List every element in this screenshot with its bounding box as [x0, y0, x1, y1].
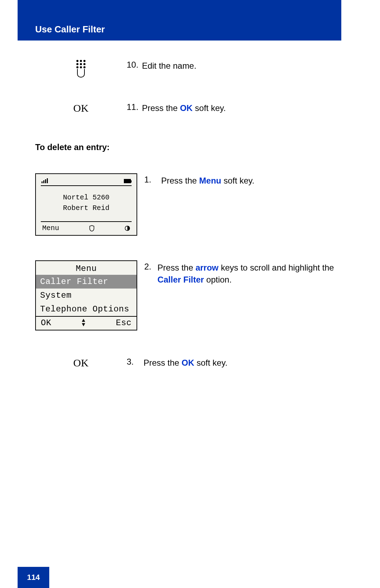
phone-line2: Robert Reid [36, 203, 137, 213]
keypad-hand-icon [74, 60, 88, 78]
section-heading-row: To delete an entry: [35, 142, 341, 152]
page-number-badge: 114 [18, 567, 49, 588]
phone-idle-screen: Nortel 5260 Robert Reid Menu [35, 173, 137, 236]
book-icon [89, 225, 94, 231]
step-text: Edit the name. [142, 60, 196, 72]
step-text-col: 11. Press the OK soft key. [127, 102, 341, 114]
step-number: 2. [144, 262, 154, 272]
step-text: Press the arrow keys to scroll and highl… [158, 262, 341, 285]
step-text: Press the OK soft key. [142, 102, 226, 114]
step-text: Press the Menu soft key. [161, 175, 254, 187]
phone-line1: Nortel 5260 [36, 192, 137, 203]
contrast-icon [125, 225, 130, 231]
phone-menu-screen: Menu Caller Filter System Telephone Opti… [35, 260, 137, 330]
delete-step-2-row: Menu Caller Filter System Telephone Opti… [35, 260, 341, 330]
menu-softkey-left: OK [41, 318, 51, 328]
step-text-col: 2. Press the arrow keys to scroll and hi… [144, 260, 341, 285]
screen-col: Menu Caller Filter System Telephone Opti… [35, 260, 144, 330]
menu-item-system: System [36, 289, 137, 302]
menu-item-caller-filter: Caller Filter [36, 275, 137, 289]
softkey-left: Menu [42, 224, 59, 232]
menu-softkey-right: Esc [116, 318, 132, 328]
delete-step-3-row: OK 3. Press the OK soft key. [35, 357, 341, 369]
menu-item-telephone-options: Telephone Options [36, 302, 137, 316]
icon-col [35, 60, 127, 78]
section-heading: To delete an entry: [35, 142, 110, 152]
step-text-col: 1. Press the Menu soft key. [144, 173, 341, 187]
page-header: Use Caller Filter [18, 0, 341, 41]
screen-col: Nortel 5260 Robert Reid Menu [35, 173, 144, 236]
ok-label-icon: OK [73, 102, 88, 114]
signal-icon [42, 178, 48, 183]
step-row-10: 10. Edit the name. [35, 60, 341, 78]
step-number: 10. [127, 60, 138, 70]
step-number: 1. [144, 175, 158, 185]
battery-icon [124, 179, 131, 183]
step-text-col: 10. Edit the name. [127, 60, 341, 72]
icon-col: OK [35, 357, 127, 369]
page-number: 114 [27, 573, 40, 582]
step-text-col: 3. Press the OK soft key. [127, 357, 341, 369]
step-number: 11. [127, 102, 138, 112]
step-number: 3. [127, 357, 140, 367]
delete-step-1-row: Nortel 5260 Robert Reid Menu 1. Press th… [35, 173, 341, 236]
ok-label-icon: OK [73, 357, 88, 369]
phone-center-text: Nortel 5260 Robert Reid [36, 186, 137, 221]
header-title: Use Caller Filter [35, 24, 105, 35]
step-text: Press the OK soft key. [144, 357, 227, 369]
updown-arrow-icon: ▲▼ [82, 319, 85, 327]
step-row-11: OK 11. Press the OK soft key. [35, 102, 341, 114]
menu-footer: OK ▲▼ Esc [36, 316, 137, 330]
menu-title: Menu [36, 261, 137, 275]
phone-softkeys: Menu [36, 222, 137, 232]
icon-col: OK [35, 102, 127, 114]
page-content: 10. Edit the name. OK 11. Press the OK s… [35, 41, 341, 369]
phone-status-bar [36, 178, 137, 185]
